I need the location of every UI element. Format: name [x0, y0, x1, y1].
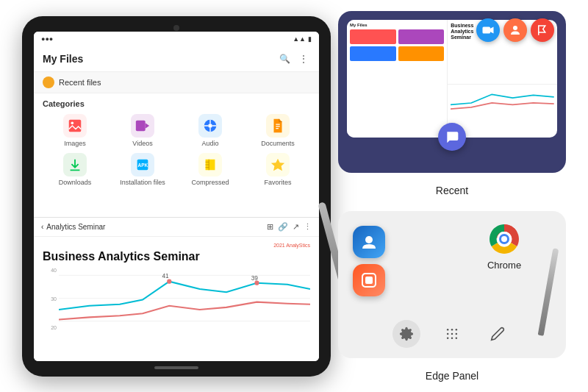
svg-point-37 [451, 332, 453, 335]
edge-panel-card: Chrome [338, 211, 566, 358]
link-icon[interactable]: 🔗 [278, 222, 288, 232]
downloads-label: Downloads [59, 179, 92, 186]
images-label: Images [64, 140, 86, 147]
svg-point-25 [513, 26, 517, 30]
right-panels: My Files BusinessAnalyticsSem [338, 11, 566, 382]
category-downloads[interactable]: Downloads [43, 153, 107, 186]
recent-floating-icons [476, 18, 554, 42]
svg-rect-2 [136, 120, 146, 131]
chart-y-labels: 40 30 20 [43, 268, 59, 330]
recent-section: My Files BusinessAnalyticsSem [338, 11, 566, 196]
edge-bottom-toolbar [338, 320, 566, 348]
header-icons: 🔍 ⋮ [278, 52, 310, 65]
y-label-30: 30 [43, 296, 57, 302]
chrome-label: Chrome [487, 260, 521, 271]
doc-content: 2021 AnalyStics Business Analytics Semin… [34, 237, 319, 347]
images-icon [63, 114, 87, 138]
svg-point-38 [456, 332, 458, 335]
edge-apps-col [353, 226, 385, 296]
edge-panel-label: Edge Panel [338, 370, 566, 382]
my-files-title: My Files [43, 53, 83, 65]
status-bar: ●●● ▲▲ ▮ [34, 32, 319, 46]
categories-section: Categories Images [34, 93, 319, 217]
grid-dots-icon[interactable] [438, 320, 466, 348]
svg-point-40 [451, 337, 453, 339]
status-time: ●●● [41, 35, 53, 43]
svg-rect-23 [483, 26, 491, 33]
downloads-icon [63, 153, 87, 177]
bixby-app-icon[interactable] [353, 226, 385, 258]
columns-icon[interactable]: ⊞ [267, 222, 273, 232]
category-favorites[interactable]: Favorites [245, 153, 310, 186]
chart-area: 40 30 20 [43, 268, 310, 341]
y-label-40: 40 [43, 268, 57, 273]
svg-marker-15 [271, 158, 284, 171]
videos-label: Videos [132, 140, 152, 147]
svg-rect-32 [365, 277, 373, 284]
recent-files-label: Recent files [59, 78, 101, 87]
flag-icon [531, 18, 554, 42]
svg-point-35 [456, 328, 458, 330]
apk-label: Installation files [120, 179, 165, 186]
samsung-app-icon[interactable] [353, 264, 385, 296]
category-videos[interactable]: Videos [110, 114, 175, 147]
doc-back-label: Analytics Seminar [46, 223, 105, 231]
chat-bubble-icon [438, 123, 466, 151]
compressed-icon [198, 153, 222, 177]
category-apk[interactable]: APK Installation files [110, 153, 175, 186]
more-icon[interactable]: ⋮ [297, 52, 310, 65]
recent-files-bar: Recent files [34, 72, 319, 93]
svg-marker-24 [490, 26, 494, 33]
svg-point-33 [447, 328, 449, 330]
doc-tag: 2021 AnalyStics [43, 243, 310, 248]
signal-icon: ▲▲ [293, 35, 306, 43]
search-icon[interactable]: 🔍 [278, 52, 291, 65]
svg-marker-3 [146, 123, 150, 128]
categories-label: Categories [43, 99, 310, 108]
edit-pen-icon[interactable] [484, 320, 512, 348]
doc-header-icons: ⊞ 🔗 ↗ ⋮ [267, 222, 312, 232]
category-audio[interactable]: Audio [178, 114, 243, 147]
status-icons: ▲▲ ▮ [293, 35, 312, 43]
documents-icon [266, 114, 290, 138]
edge-panel-section: Chrome [338, 211, 566, 382]
settings-icon[interactable] [392, 320, 420, 348]
preview-left: My Files [347, 20, 448, 138]
y-label-20: 20 [43, 325, 57, 330]
my-files-panel: My Files 🔍 ⋮ Recent files Categories [34, 46, 319, 217]
category-images[interactable]: Images [43, 114, 107, 147]
svg-point-1 [71, 121, 74, 124]
my-files-header: My Files 🔍 ⋮ [34, 46, 319, 72]
svg-text:APK: APK [138, 162, 148, 167]
svg-point-39 [447, 337, 449, 339]
recent-panel-card: My Files BusinessAnalyticsSem [338, 11, 566, 173]
tablet-wrapper: ●●● ▲▲ ▮ My Files 🔍 ⋮ [22, 16, 331, 377]
user-icon [503, 18, 527, 42]
svg-point-21 [167, 279, 171, 283]
audio-label: Audio [201, 140, 218, 147]
recent-label: Recent [338, 185, 566, 196]
svg-text:41: 41 [162, 272, 169, 279]
doc-back-nav[interactable]: ‹ Analytics Seminar [41, 223, 105, 231]
document-panel: ‹ Analytics Seminar ⊞ 🔗 ↗ ⋮ 2021 AnalySt… [34, 218, 319, 361]
favorites-icon [266, 153, 290, 177]
svg-point-29 [501, 236, 507, 242]
main-container: ●●● ▲▲ ▮ My Files 🔍 ⋮ [0, 0, 588, 392]
svg-point-41 [456, 337, 458, 339]
recent-dot-icon [43, 76, 54, 88]
share-icon[interactable]: ↗ [293, 222, 299, 232]
categories-grid: Images Videos [43, 114, 310, 186]
chrome-icon [487, 221, 522, 257]
compressed-label: Compressed [191, 179, 229, 186]
battery-icon: ▮ [308, 35, 312, 43]
tablet-home-bar [154, 366, 198, 369]
category-compressed[interactable]: Compressed [178, 153, 243, 186]
video-call-icon [476, 18, 500, 42]
doc-header: ‹ Analytics Seminar ⊞ 🔗 ↗ ⋮ [34, 218, 319, 237]
back-chevron-icon: ‹ [41, 223, 43, 231]
svg-point-34 [451, 328, 453, 330]
category-documents[interactable]: Documents [245, 114, 310, 147]
tablet-body: ●●● ▲▲ ▮ My Files 🔍 ⋮ [22, 16, 331, 377]
doc-more-icon[interactable]: ⋮ [304, 222, 312, 232]
doc-title: Business Analytics Seminar [43, 249, 310, 263]
